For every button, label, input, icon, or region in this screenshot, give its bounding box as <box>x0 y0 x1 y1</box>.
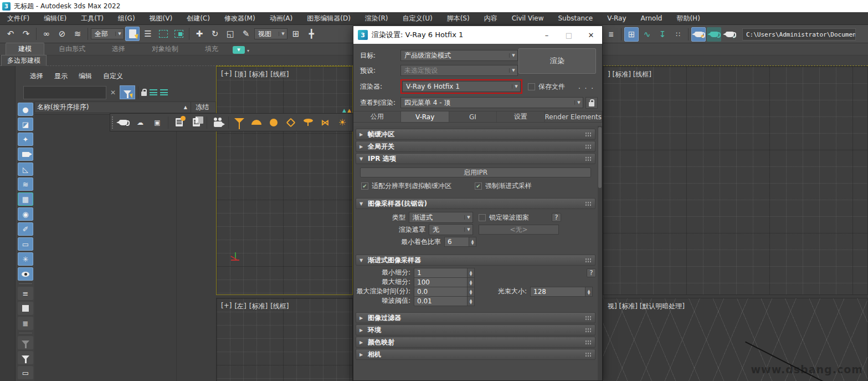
schematic-view-button[interactable]: ↧ <box>655 27 670 42</box>
explorer-menu-select[interactable]: 选择 <box>25 70 48 82</box>
preset-dropdown[interactable]: 未选定预设 ▼ <box>400 65 518 76</box>
dialog-scrollbar[interactable] <box>598 126 602 380</box>
viewport-perspective[interactable]: 视] [标准] [默认明暗处理] www.dsbang.com <box>603 298 868 381</box>
selection-filter-dropdown[interactable]: 全部 ▼ <box>91 28 124 39</box>
max-subdivs-spinner[interactable]: 100 ▲▼ <box>414 277 475 287</box>
name-column-header[interactable]: 名称(按升序排序) <box>37 103 89 112</box>
rectangular-selection-region-button[interactable] <box>156 27 171 41</box>
sort-ascending-icon[interactable]: ▲ <box>184 105 191 110</box>
lock-noise-checkbox[interactable] <box>479 214 486 221</box>
sampler-type-dropdown[interactable]: 渐进式 ▼ <box>409 212 473 223</box>
target-dropdown[interactable]: 产品级渲染模式 ▼ <box>400 50 518 61</box>
tab-vray[interactable]: V-Ray <box>401 111 449 122</box>
vray-mesh-light-button[interactable]: ⋈ <box>317 115 333 130</box>
explorer-column-header[interactable]: 名称(按升序排序) ▲ 冻结 <box>34 101 216 113</box>
ribbon-tab-selection[interactable]: 选择 <box>100 43 137 55</box>
display-cameras-toggle[interactable] <box>18 148 33 161</box>
viewport-menu-standard[interactable]: [标准] <box>249 302 268 311</box>
bind-to-space-warp-icon[interactable]: ≋ <box>70 27 85 41</box>
spinner-arrows-icon[interactable]: ▲▼ <box>467 268 474 277</box>
renderer-dropdown[interactable]: V-Ray 6 Hotfix 1 ▼ <box>402 81 521 92</box>
rendered-frame-window-button[interactable] <box>707 27 721 42</box>
viewport-front[interactable]: ] [标准] [线框] <box>603 66 868 295</box>
menu-modifiers[interactable]: 修改器(M) <box>217 12 263 24</box>
fit-resolution-checkbox[interactable]: ✔ <box>361 182 368 190</box>
render-setup-button[interactable]: ✱ <box>691 27 706 42</box>
viewport-menu-shading[interactable]: [线框] <box>270 70 289 79</box>
ribbon-tab-populate[interactable]: 填充 <box>193 43 230 55</box>
spinner-arrows-icon[interactable]: ▲▼ <box>467 278 474 287</box>
vray-asset-browser-button[interactable]: ▣ <box>149 115 166 130</box>
expand-hierarchy-icon[interactable] <box>150 89 157 95</box>
display-hidden-toggle[interactable] <box>18 267 33 281</box>
column-divider[interactable] <box>176 114 177 381</box>
display-lights-toggle[interactable]: ✦ <box>18 133 33 146</box>
drag-grip-icon[interactable] <box>585 132 592 137</box>
render-button[interactable]: 渲染 <box>518 48 596 74</box>
display-all-toggle[interactable]: ▦ <box>18 192 33 206</box>
explorer-menu-display[interactable]: 显示 <box>50 70 72 82</box>
rollout-environment[interactable]: ▶ 环境 <box>356 324 595 336</box>
ribbon-minimize-button[interactable]: ▼ <box>233 46 245 54</box>
redo-icon[interactable]: ↷ <box>19 27 33 41</box>
viewport-menu-shading[interactable]: [线框] <box>270 302 289 311</box>
scene-scripts-button[interactable]: ∷ <box>671 27 685 42</box>
ribbon-tab-modeling[interactable]: 建模 <box>6 43 44 55</box>
material-editor-button[interactable]: ⊞ <box>624 27 639 42</box>
vray-camera-lister-button[interactable] <box>188 115 204 130</box>
view-to-render-dropdown[interactable]: 四元菜单 4 - 顶 ▼ <box>400 97 583 108</box>
unlink-selection-icon[interactable]: ⊘ <box>55 27 69 41</box>
vray-dome-light-button[interactable] <box>248 115 265 130</box>
menu-vray[interactable]: V-Ray <box>600 12 633 24</box>
display-geometry-toggle[interactable]: ● <box>18 103 33 116</box>
rollout-global-switches[interactable]: ▶ 全局开关 <box>356 141 595 152</box>
display-helpers-toggle[interactable]: ◺ <box>18 162 33 176</box>
display-shapes-toggle[interactable]: ◪ <box>18 118 33 131</box>
menu-animation[interactable]: 动画(A) <box>263 12 300 24</box>
search-input[interactable] <box>23 86 106 99</box>
snaps-toggle-button[interactable]: ╋ <box>304 27 319 41</box>
viewport-menu-plus[interactable]: [+] <box>221 302 232 311</box>
vray-sun-button[interactable]: ☀ <box>334 115 351 130</box>
force-progressive-checkbox[interactable]: ✔ <box>475 182 482 190</box>
select-by-name-button[interactable]: ☰ <box>141 27 155 41</box>
tab-common[interactable]: 公用 <box>353 111 401 122</box>
curve-editor-button[interactable]: ∿ <box>640 27 654 42</box>
dialog-titlebar[interactable]: 3 渲染设置: V-Ray 6 Hotfix 1 – □ ✕ <box>353 26 602 44</box>
clear-search-icon[interactable]: ✕ <box>109 89 117 96</box>
select-and-rotate-button[interactable]: ↻ <box>208 27 222 41</box>
vray-physical-camera-button[interactable] <box>209 115 226 130</box>
min-subdivs-spinner[interactable]: 1 ▲▼ <box>414 268 475 278</box>
vray-light-lister-button[interactable] <box>171 115 187 130</box>
vray-ies-light-button[interactable] <box>283 115 299 130</box>
menu-arnold[interactable]: Arnold <box>634 12 670 24</box>
filter-settings-toggle[interactable] <box>18 336 33 349</box>
menu-substance[interactable]: Substance <box>551 12 600 24</box>
drag-grip-icon[interactable] <box>585 328 592 333</box>
menu-create[interactable]: 创建(C) <box>179 12 217 24</box>
rollout-ipr-options[interactable]: ▼ IPR 选项 <box>356 153 595 164</box>
explorer-menu-customize[interactable]: 自定义 <box>99 70 127 82</box>
ribbon-panel-polygon-modeling[interactable]: 多边形建模 <box>1 55 47 67</box>
vray-disc-light-button[interactable] <box>300 115 316 130</box>
render-production-button[interactable]: ⚡ <box>722 27 737 42</box>
help-button[interactable]: ? <box>552 213 561 222</box>
viewport-menu-partial[interactable]: ] [标准] [线框] <box>608 70 651 79</box>
ribbon-tab-object-paint[interactable]: 对象绘制 <box>140 43 191 55</box>
drag-grip-icon[interactable] <box>585 201 592 206</box>
menu-scripting[interactable]: 脚本(S) <box>440 12 477 24</box>
display-list-view-toggle[interactable]: ≡ <box>18 287 33 300</box>
vray-cloud-button[interactable]: ☁ <box>132 115 148 130</box>
explorer-menu-edit[interactable]: 编辑 <box>74 70 96 82</box>
drag-grip-icon[interactable] <box>585 156 592 161</box>
help-button[interactable]: ? <box>587 268 596 277</box>
display-containers-toggle[interactable]: ▭ <box>18 237 33 251</box>
toolbar-drag-handle[interactable] <box>111 116 114 130</box>
spinner-arrows-icon[interactable]: ▲▼ <box>467 297 474 306</box>
spinner-arrows-icon[interactable]: ▲▼ <box>469 237 476 246</box>
render-mask-dropdown[interactable]: 无 ▼ <box>429 224 473 235</box>
viewport-left[interactable]: [+] [左] [标准] [线框] <box>216 298 353 381</box>
beam-size-spinner[interactable]: 128 ▲▼ <box>530 287 593 297</box>
filter-toggle[interactable] <box>18 351 33 364</box>
select-link-icon[interactable]: ∞ <box>39 27 54 41</box>
